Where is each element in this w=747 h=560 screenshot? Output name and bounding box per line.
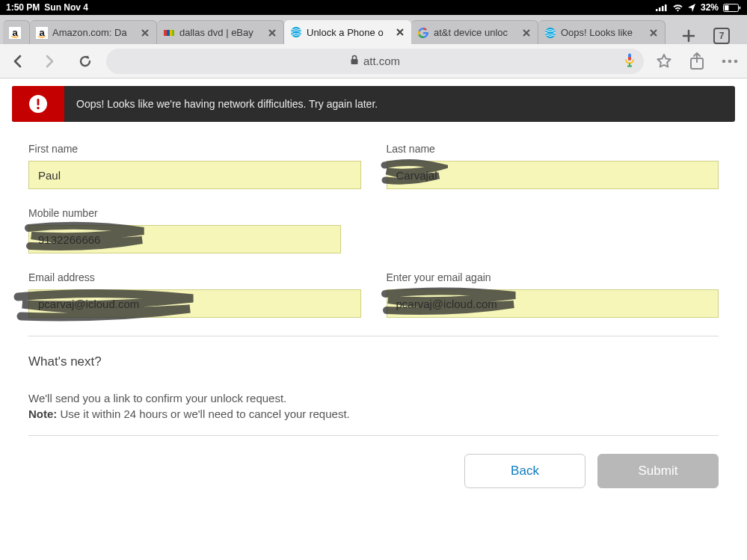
svg-point-22 — [728, 59, 732, 63]
battery-percent: 32% — [701, 2, 719, 13]
svg-rect-0 — [656, 9, 658, 11]
whats-next-heading: What's next? — [28, 354, 719, 369]
att-icon — [290, 26, 302, 38]
mobile-input[interactable] — [28, 225, 341, 253]
tab-count-button[interactable]: 7 — [713, 28, 730, 44]
browser-toolbar: att.com — [0, 44, 747, 79]
svg-rect-3 — [665, 4, 667, 11]
new-tab-button[interactable] — [680, 28, 697, 44]
address-bar[interactable]: att.com — [106, 49, 644, 74]
divider — [28, 435, 719, 436]
last-name-label: Last name — [387, 143, 719, 155]
whats-next-line1: We'll send you a link to confirm your un… — [28, 390, 719, 406]
tab-count: 7 — [713, 28, 730, 44]
submit-button[interactable]: Submit — [597, 454, 719, 488]
email-confirm-field: Enter your email again — [387, 271, 719, 318]
svg-rect-17 — [351, 59, 357, 64]
status-date: Sun Nov 4 — [44, 2, 88, 13]
whats-next-section: What's next? We'll send you a link to co… — [28, 354, 719, 422]
email-input[interactable] — [28, 289, 361, 318]
tab-att-oops[interactable]: Oops! Looks like — [538, 20, 665, 44]
close-icon[interactable] — [521, 28, 532, 38]
email-label: Email address — [28, 271, 361, 283]
more-menu-button[interactable] — [720, 52, 740, 71]
back-button[interactable] — [7, 51, 28, 72]
svg-rect-12 — [167, 30, 170, 36]
alert-text: Oops! Looks like we're having network di… — [64, 98, 390, 110]
tab-label: Unlock a Phone o — [307, 27, 390, 38]
mobile-label: Mobile number — [28, 207, 341, 219]
att-icon — [544, 27, 556, 39]
tab-amazon[interactable]: a — [3, 20, 30, 44]
last-name-input[interactable] — [387, 161, 719, 189]
cellular-icon — [656, 4, 668, 11]
first-name-input[interactable] — [28, 161, 361, 189]
submit-button-label: Submit — [639, 464, 678, 479]
location-icon — [688, 4, 696, 12]
tab-amazon-2[interactable]: a Amazon.com: Da — [30, 20, 157, 44]
last-name-field: Last name — [387, 143, 719, 189]
ebay-icon — [163, 27, 175, 39]
back-button[interactable]: Back — [464, 454, 585, 488]
ios-status-bar: 1:50 PM Sun Nov 4 32% — [0, 0, 747, 15]
error-alert: Oops! Looks like we're having network di… — [12, 86, 735, 122]
tab-label: Oops! Looks like — [561, 27, 644, 38]
tab-label: at&t device unloc — [434, 27, 517, 38]
svg-rect-5 — [725, 5, 729, 10]
reload-button[interactable] — [75, 51, 96, 72]
battery-icon — [723, 4, 741, 12]
close-icon[interactable] — [395, 27, 405, 37]
close-icon[interactable] — [648, 28, 659, 38]
page-content: Oops! Looks like we're having network di… — [0, 79, 747, 488]
tab-strip: a a Amazon.com: Da dallas dvd | eBay — [0, 15, 747, 44]
svg-rect-25 — [37, 99, 40, 105]
whats-next-note: Note: Use it within 24 hours or we'll ne… — [28, 406, 719, 422]
svg-point-23 — [734, 59, 738, 63]
forward-button[interactable] — [39, 51, 60, 72]
svg-rect-1 — [659, 7, 661, 11]
svg-rect-14 — [172, 30, 174, 36]
close-icon[interactable] — [267, 28, 277, 38]
note-label: Note: — [28, 407, 57, 420]
amazon-icon: a — [9, 27, 21, 39]
divider — [28, 336, 719, 336]
tab-label: Amazon.com: Da — [52, 27, 135, 38]
close-icon[interactable] — [140, 28, 150, 38]
share-button[interactable] — [687, 52, 707, 71]
wifi-icon — [672, 4, 683, 12]
alert-icon — [12, 86, 64, 122]
amazon-icon: a — [36, 27, 48, 39]
mic-icon[interactable] — [624, 52, 635, 70]
svg-point-26 — [37, 107, 39, 109]
browser-chrome: a a Amazon.com: Da dallas dvd | eBay — [0, 15, 747, 79]
svg-rect-6 — [740, 6, 741, 9]
first-name-label: First name — [28, 143, 361, 155]
omnibox-url: att.com — [363, 55, 400, 67]
bookmark-button[interactable] — [654, 52, 674, 71]
svg-rect-2 — [662, 6, 664, 11]
status-time: 1:50 PM — [6, 2, 40, 13]
email-confirm-input[interactable] — [387, 289, 719, 318]
email-confirm-label: Enter your email again — [387, 271, 719, 283]
tab-google[interactable]: at&t device unloc — [411, 20, 538, 44]
svg-rect-11 — [164, 30, 167, 36]
tab-ebay[interactable]: dallas dvd | eBay — [157, 20, 284, 44]
email-field: Email address — [28, 271, 361, 318]
back-button-label: Back — [511, 464, 539, 479]
tab-att-unlock[interactable]: Unlock a Phone o — [284, 20, 411, 44]
tab-label: dallas dvd | eBay — [179, 27, 262, 38]
mobile-field: Mobile number — [28, 207, 341, 253]
first-name-field: First name — [28, 143, 361, 189]
note-text: Use it within 24 hours or we'll need to … — [57, 407, 349, 420]
svg-rect-19 — [628, 57, 631, 60]
lock-icon — [350, 55, 359, 67]
svg-point-21 — [722, 59, 726, 63]
google-icon — [417, 27, 429, 39]
